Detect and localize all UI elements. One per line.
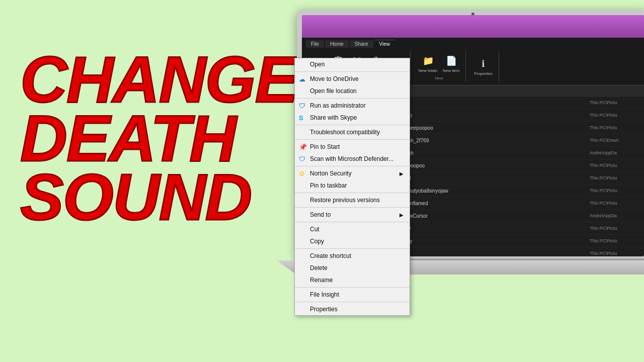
context-menu-item[interactable]: 🛡Run as administrator bbox=[295, 100, 410, 112]
file-location: Andre\AppDa bbox=[590, 150, 640, 155]
file-location: Andre\AppDa bbox=[590, 213, 640, 218]
context-menu-separator bbox=[295, 207, 410, 208]
context-menu-item[interactable]: Send to▶ bbox=[295, 209, 410, 221]
table-row[interactable]: U uuhhh Andre\AppDa bbox=[382, 147, 644, 159]
context-menu-separator bbox=[295, 125, 410, 125]
context-menu-item[interactable]: SShare with Skype bbox=[295, 112, 410, 124]
menu-item-label: Scan with Microsoft Defender... bbox=[310, 155, 393, 162]
context-menu-separator bbox=[295, 71, 410, 72]
context-menu-item[interactable]: Rename bbox=[295, 274, 410, 286]
file-location: This PC\Pictu bbox=[590, 163, 640, 168]
norton-icon: ⚙ bbox=[299, 170, 305, 177]
new-folder-button[interactable]: 📁 New folder bbox=[417, 53, 440, 74]
title-line2: DEATH bbox=[20, 109, 262, 168]
context-menu: Open☁Move to OneDriveOpen file location🛡… bbox=[294, 58, 410, 316]
table-row[interactable]: P peepeepoopoo This PC\Pictu bbox=[382, 122, 644, 134]
file-location: This PC\Pictu bbox=[590, 238, 640, 243]
menu-item-label: Create shortcut bbox=[310, 252, 351, 259]
file-name: pain bbox=[399, 251, 587, 256]
table-row[interactable]: O oh no This PC\Pictu bbox=[382, 109, 644, 122]
new-item-icon: 📄 bbox=[444, 54, 458, 68]
table-row[interactable]: P poopoopoo This PC\Pictu bbox=[382, 159, 644, 172]
file-name: poopoopoo bbox=[399, 163, 587, 168]
table-row[interactable]: S sussy This PC\Pictu bbox=[382, 235, 644, 247]
file-name: sussy bbox=[399, 238, 587, 244]
menu-item-label: Open bbox=[310, 61, 325, 68]
table-row[interactable]: H hes inflamed This PC\Pictu bbox=[382, 197, 644, 210]
context-menu-item[interactable]: Create shortcut bbox=[295, 250, 410, 262]
title-line3: SOUND bbox=[20, 168, 262, 227]
context-menu-item[interactable]: Restore previous versions bbox=[295, 194, 410, 206]
file-location: This PC\Pictu bbox=[590, 100, 640, 105]
file-name: peepeepoopoo bbox=[399, 125, 587, 131]
context-menu-item[interactable]: Properties bbox=[295, 303, 410, 315]
context-menu-item[interactable]: File Insight bbox=[295, 289, 410, 301]
context-menu-item[interactable]: Open file location bbox=[295, 85, 410, 97]
context-menu-item[interactable]: Open bbox=[295, 58, 410, 70]
table-row[interactable]: U uuhhh_2f769 This PC\Down bbox=[382, 134, 644, 147]
menu-item-label: Delete bbox=[310, 264, 328, 272]
file-name: uuhhh bbox=[399, 150, 587, 156]
context-menu-separator bbox=[295, 287, 410, 288]
context-menu-separator bbox=[295, 222, 410, 222]
tab-file[interactable]: File bbox=[306, 40, 324, 48]
tab-home[interactable]: Home bbox=[325, 40, 349, 48]
file-name: uuhhh_2f769 bbox=[399, 138, 587, 143]
onedrive-icon: ☁ bbox=[299, 75, 305, 83]
submenu-arrow-icon: ▶ bbox=[399, 171, 404, 176]
new-section: 📁 New folder 📄 New item New bbox=[413, 51, 466, 81]
file-name: ArrowCursor bbox=[399, 213, 587, 219]
menu-item-label: Cut bbox=[310, 226, 319, 233]
table-row[interactable]: C caniputyoballsinyojaw This PC\Pictu bbox=[382, 185, 644, 197]
file-location: This PC\Pictu bbox=[590, 201, 640, 206]
file-location: This PC\Pictu bbox=[590, 113, 640, 118]
menu-item-label: Rename bbox=[310, 277, 333, 284]
context-menu-item[interactable]: Cut bbox=[295, 223, 410, 235]
menu-item-label: Copy bbox=[310, 238, 324, 245]
context-menu-separator bbox=[295, 302, 410, 302]
new-folder-icon: 📁 bbox=[421, 54, 435, 68]
context-menu-item[interactable]: Troubleshoot compatibility bbox=[295, 126, 410, 138]
properties-button[interactable]: ℹ Properties bbox=[472, 56, 494, 77]
defender-icon: 🛡 bbox=[299, 155, 305, 163]
context-menu-item[interactable]: 🛡Scan with Microsoft Defender... bbox=[295, 153, 410, 165]
file-name: caniputyoballsinyojaw bbox=[399, 188, 587, 194]
tab-share[interactable]: Share bbox=[350, 40, 373, 48]
menu-item-label: Share with Skype bbox=[310, 114, 357, 121]
menu-icon: 📌 bbox=[299, 143, 307, 151]
file-name: tiky bbox=[399, 100, 587, 106]
new-item-button[interactable]: 📄 New item bbox=[441, 53, 461, 74]
title-area: CHANGE DEATH SOUND bbox=[20, 50, 262, 227]
table-row[interactable]: T tiky This PC\Pictu bbox=[382, 97, 644, 109]
menu-item-label: Properties bbox=[310, 306, 338, 313]
screen-header-bar bbox=[302, 15, 644, 38]
context-menu-item[interactable]: Pin to taskbar bbox=[295, 179, 410, 192]
menu-item-label: Move to OneDrive bbox=[310, 75, 359, 82]
table-row[interactable]: A ArrowCursor Andre\AppDa bbox=[382, 210, 644, 222]
title-line1: CHANGE bbox=[20, 50, 262, 109]
menu-item-label: Open file location bbox=[310, 87, 357, 95]
context-menu-item[interactable]: Delete bbox=[295, 262, 410, 274]
table-row[interactable]: G good This PC\Pictu bbox=[382, 172, 644, 185]
file-location: This PC\Pictu bbox=[590, 251, 640, 256]
table-row[interactable]: P pain This PC\Pictu bbox=[382, 247, 644, 256]
file-name: spicy bbox=[399, 226, 587, 231]
context-menu-separator bbox=[295, 166, 410, 166]
properties-section: ℹ Properties bbox=[468, 51, 499, 81]
context-menu-item[interactable]: ☁Move to OneDrive bbox=[295, 73, 410, 85]
file-list: T tiky This PC\Pictu O oh no This PC\Pic… bbox=[382, 97, 644, 256]
file-location: This PC\Pictu bbox=[590, 175, 640, 180]
table-row[interactable]: S spicy This PC\Pictu bbox=[382, 222, 644, 235]
file-location: This PC\Pictu bbox=[590, 188, 640, 193]
file-name: hes inflamed bbox=[399, 201, 587, 206]
file-name: good bbox=[399, 175, 587, 181]
file-location: This PC\Pictu bbox=[590, 226, 640, 231]
menu-item-label: Restore previous versions bbox=[310, 197, 380, 204]
menu-item-label: Send to bbox=[310, 211, 331, 218]
tab-view[interactable]: View bbox=[374, 40, 395, 48]
context-menu-item[interactable]: ⚙Norton Security▶ bbox=[295, 167, 410, 179]
context-menu-item[interactable]: 📌Pin to Start bbox=[295, 141, 410, 153]
context-menu-item[interactable]: Copy bbox=[295, 235, 410, 247]
menu-item-label: File Insight bbox=[310, 291, 339, 298]
file-name: oh no bbox=[399, 113, 587, 118]
